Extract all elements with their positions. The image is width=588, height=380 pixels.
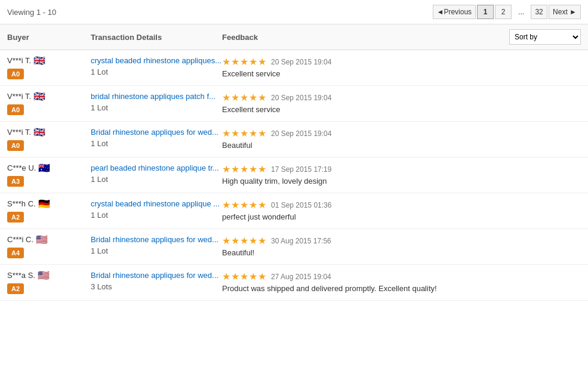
feedback-date: 20 Sep 2015 19:04 xyxy=(271,129,331,138)
buyer-name-row: C***i C. 🇺🇸 xyxy=(7,235,91,244)
buyer-cell: C***i C. 🇺🇸 A4 xyxy=(7,235,91,258)
transaction-link[interactable]: bridal rhinestone appliques patch f... xyxy=(91,92,222,101)
star-icon: ★ xyxy=(258,92,266,103)
table-row: V***i T. 🇬🇧 A0 crystal beaded rhinestone… xyxy=(0,50,588,86)
pagination-dots: ... xyxy=(513,5,529,19)
star-icon: ★ xyxy=(249,56,257,67)
table-row: V***i T. 🇬🇧 A0 bridal rhinestone appliqu… xyxy=(0,86,588,122)
star-icon: ★ xyxy=(231,235,239,246)
feedback-cell: ★★★★★ 30 Aug 2015 17:56 Beautiful! xyxy=(222,235,581,257)
sort-select[interactable]: Sort by Most Recent Highest Rated Lowest… xyxy=(509,29,581,45)
feedback-top: ★★★★★ 17 Sep 2015 17:19 xyxy=(222,163,581,175)
transaction-link[interactable]: Bridal rhinestone appliques for wed... xyxy=(91,128,222,137)
feedback-top: ★★★★★ 20 Sep 2015 19:04 xyxy=(222,56,581,67)
feedback-date: 20 Sep 2015 19:04 xyxy=(271,94,331,102)
flag-icon: 🇬🇧 xyxy=(33,57,47,65)
viewing-count: Viewing 1 - 10 xyxy=(7,8,56,17)
table-row: S***a S. 🇺🇸 A2 Bridal rhinestone appliqu… xyxy=(0,265,588,301)
star-icon: ★ xyxy=(249,235,257,246)
star-icon: ★ xyxy=(240,128,248,139)
transaction-cell: pearl beaded rhinestone applique tr... 1… xyxy=(91,163,222,184)
feedback-text: Beautiful xyxy=(222,141,581,150)
star-icon: ★ xyxy=(258,163,266,175)
feedback-text: Excellent service xyxy=(222,69,581,78)
buyer-name: S***a S. xyxy=(7,271,35,280)
buyer-badge: A4 xyxy=(7,248,24,258)
flag-icon: 🇺🇸 xyxy=(38,271,51,280)
buyer-name-row: V***i T. 🇬🇧 xyxy=(7,92,91,101)
star-icon: ★ xyxy=(258,235,266,246)
page-2[interactable]: 2 xyxy=(495,5,512,19)
star-icon: ★ xyxy=(258,199,266,211)
star-icon: ★ xyxy=(240,235,248,246)
transaction-cell: bridal rhinestone appliques patch f... 1… xyxy=(91,92,222,112)
star-icon: ★ xyxy=(249,128,257,139)
feedback-cell: ★★★★★ 20 Sep 2015 19:04 Excellent servic… xyxy=(222,92,581,114)
prev-button[interactable]: ◄Previous xyxy=(433,5,476,19)
sort-by-wrapper: Sort by Most Recent Highest Rated Lowest… xyxy=(509,29,581,45)
buyer-name: C***i C. xyxy=(7,235,33,244)
table-row: C***i C. 🇺🇸 A4 Bridal rhinestone appliqu… xyxy=(0,229,588,265)
feedback-top: ★★★★★ 27 Aug 2015 19:04 xyxy=(222,271,581,282)
buyer-cell: V***i T. 🇬🇧 A0 xyxy=(7,56,91,79)
stars-container: ★★★★★ xyxy=(222,271,266,282)
page-1[interactable]: 1 xyxy=(477,5,494,19)
star-icon: ★ xyxy=(222,92,230,103)
star-icon: ★ xyxy=(222,128,230,139)
stars-container: ★★★★★ xyxy=(222,56,266,67)
next-button[interactable]: Next ► xyxy=(549,5,581,19)
feedback-text: Excellent service xyxy=(222,105,581,114)
buyer-badge: A0 xyxy=(7,69,24,79)
feedback-cell: ★★★★★ 20 Sep 2015 19:04 Excellent servic… xyxy=(222,56,581,78)
star-icon: ★ xyxy=(249,271,257,282)
header-feedback: Feedback xyxy=(222,33,509,42)
stars-container: ★★★★★ xyxy=(222,235,266,246)
star-icon: ★ xyxy=(258,128,266,139)
lot-text: 1 Lot xyxy=(91,246,222,255)
feedback-text: High quality trim, lovely design xyxy=(222,177,581,186)
transaction-link[interactable]: Bridal rhinestone appliques for wed... xyxy=(91,271,222,280)
star-icon: ★ xyxy=(231,163,239,175)
buyer-badge: A0 xyxy=(7,140,24,151)
transaction-link[interactable]: pearl beaded rhinestone applique tr... xyxy=(91,163,222,172)
buyer-name: C***e U. xyxy=(7,163,36,172)
buyer-name-row: V***i T. 🇬🇧 xyxy=(7,56,91,65)
buyer-cell: C***e U. 🇦🇺 A3 xyxy=(7,163,91,187)
star-icon: ★ xyxy=(222,271,230,282)
star-icon: ★ xyxy=(249,163,257,175)
buyer-name-row: S***a S. 🇺🇸 xyxy=(7,271,91,280)
feedback-text: perfect just wonderful xyxy=(222,212,581,221)
flag-icon: 🇦🇺 xyxy=(38,164,51,172)
table-row: V***i T. 🇬🇧 A0 Bridal rhinestone appliqu… xyxy=(0,122,588,157)
table-row: C***e U. 🇦🇺 A3 pearl beaded rhinestone a… xyxy=(0,157,588,193)
star-icon: ★ xyxy=(231,199,239,211)
star-icon: ★ xyxy=(231,92,239,103)
page-32[interactable]: 32 xyxy=(531,5,547,19)
flag-icon: 🇬🇧 xyxy=(33,92,47,101)
buyer-badge: A0 xyxy=(7,104,24,115)
buyer-cell: V***i T. 🇬🇧 A0 xyxy=(7,92,91,115)
buyer-badge: A2 xyxy=(7,212,24,223)
lot-text: 3 Lots xyxy=(91,282,222,291)
star-icon: ★ xyxy=(240,56,248,67)
star-icon: ★ xyxy=(231,271,239,282)
transaction-link[interactable]: crystal beaded rhinestone applique ... xyxy=(91,199,222,208)
transaction-link[interactable]: crystal beaded rhinestone appliques... xyxy=(91,56,222,65)
transaction-cell: Bridal rhinestone appliques for wed... 1… xyxy=(91,235,222,255)
star-icon: ★ xyxy=(240,199,248,211)
pagination: ◄Previous 1 2 ... 32 Next ► xyxy=(433,5,581,19)
lot-text: 1 Lot xyxy=(91,211,222,220)
buyer-name: V***i T. xyxy=(7,92,31,101)
table-row: S***h C. 🇩🇪 A2 crystal beaded rhinestone… xyxy=(0,193,588,229)
feedback-text: Product was shipped and delivered prompt… xyxy=(222,284,581,293)
feedback-date: 27 Aug 2015 19:04 xyxy=(271,273,331,281)
buyer-cell: V***i T. 🇬🇧 A0 xyxy=(7,128,91,151)
transaction-link[interactable]: Bridal rhinestone appliques for wed... xyxy=(91,235,222,244)
buyer-cell: S***a S. 🇺🇸 A2 xyxy=(7,271,91,294)
stars-container: ★★★★★ xyxy=(222,163,266,175)
star-icon: ★ xyxy=(258,271,266,282)
star-icon: ★ xyxy=(240,163,248,175)
star-icon: ★ xyxy=(222,199,230,211)
stars-container: ★★★★★ xyxy=(222,92,266,103)
feedback-top: ★★★★★ 20 Sep 2015 19:04 xyxy=(222,128,581,139)
